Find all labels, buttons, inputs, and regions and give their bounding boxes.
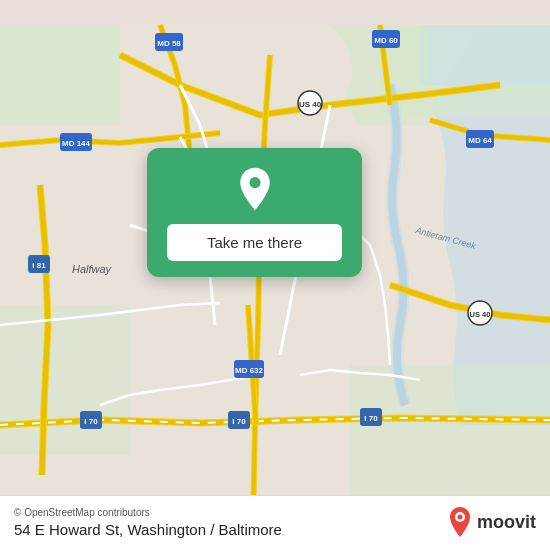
take-me-there-button[interactable]: Take me there <box>167 224 342 261</box>
svg-point-32 <box>249 177 260 188</box>
address-info: © OpenStreetMap contributors 54 E Howard… <box>14 507 282 538</box>
svg-rect-4 <box>0 305 130 455</box>
navigation-card: Take me there <box>147 148 362 277</box>
svg-text:Halfway: Halfway <box>72 263 113 275</box>
svg-text:US 40: US 40 <box>470 310 491 319</box>
svg-rect-3 <box>420 25 550 85</box>
svg-text:I 70: I 70 <box>364 414 378 423</box>
map-container: MD 58 MD 60 US 40 MD 64 MD 144 US 11 I 8… <box>0 0 550 550</box>
svg-text:MD 632: MD 632 <box>235 366 264 375</box>
moovit-brand-text: moovit <box>477 512 536 533</box>
svg-text:MD 58: MD 58 <box>157 39 181 48</box>
moovit-logo: moovit <box>447 506 536 538</box>
svg-text:MD 64: MD 64 <box>468 136 492 145</box>
bottom-info-bar: © OpenStreetMap contributors 54 E Howard… <box>0 495 550 550</box>
svg-text:I 81: I 81 <box>32 261 46 270</box>
svg-point-34 <box>457 515 462 520</box>
address-text: 54 E Howard St, Washington / Baltimore <box>14 521 282 538</box>
svg-rect-1 <box>0 25 120 125</box>
svg-text:US 40: US 40 <box>299 100 322 109</box>
attribution-text: © OpenStreetMap contributors <box>14 507 282 518</box>
location-pin-icon <box>231 166 279 214</box>
svg-text:I 70: I 70 <box>232 417 246 426</box>
svg-text:MD 144: MD 144 <box>62 139 91 148</box>
svg-text:MD 60: MD 60 <box>374 36 398 45</box>
svg-text:I 70: I 70 <box>84 417 98 426</box>
moovit-pin-icon <box>447 506 473 538</box>
